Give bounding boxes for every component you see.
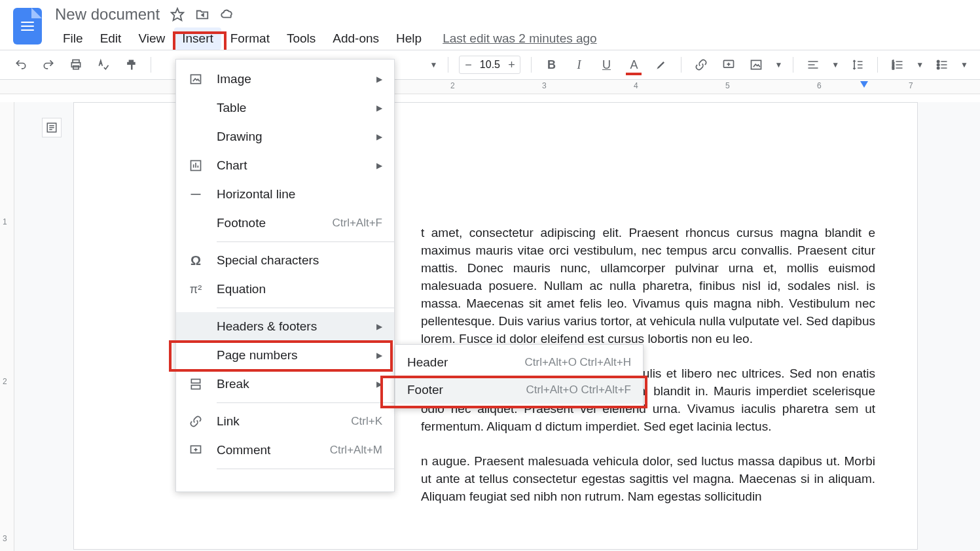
horizontal-line-icon	[188, 187, 204, 202]
ruler-indent-marker[interactable]	[860, 81, 868, 88]
chevron-right-icon: ▶	[376, 75, 382, 84]
svg-rect-15	[191, 380, 200, 383]
insert-image-icon[interactable]	[747, 56, 765, 74]
menu-file[interactable]: File	[55, 27, 91, 50]
move-icon[interactable]	[195, 7, 209, 22]
insert-dropdown: Image▶ Table▶ Drawing▶ Chart▶ Horizontal…	[175, 59, 395, 492]
comment-icon	[188, 442, 204, 458]
paint-format-icon[interactable]	[122, 56, 140, 74]
last-edit-link[interactable]: Last edit was 2 minutes ago	[443, 31, 597, 46]
document-canvas: t amet, consectetur adipiscing elit. Pra…	[14, 102, 980, 551]
insert-link-icon[interactable]	[692, 56, 710, 74]
font-size-control[interactable]: − +	[459, 56, 520, 74]
drawing-placeholder-icon	[188, 129, 204, 145]
bulleted-list-icon[interactable]	[933, 56, 951, 74]
menu-item-chart[interactable]: Chart▶	[176, 151, 394, 180]
cloud-status-icon[interactable]	[220, 7, 234, 22]
font-size-input[interactable]	[477, 59, 503, 71]
pi-icon: π²	[188, 281, 204, 297]
svg-point-11	[937, 67, 939, 69]
svg-marker-0	[172, 9, 183, 20]
docs-logo[interactable]	[13, 8, 42, 44]
chart-icon	[188, 158, 204, 173]
text-color-icon[interactable]: A	[625, 56, 643, 74]
outline-toggle-icon[interactable]	[42, 118, 62, 137]
highlight-color-icon[interactable]	[652, 56, 670, 74]
submenu-item-header[interactable]: HeaderCtrl+Alt+O Ctrl+Alt+H	[395, 349, 643, 376]
menu-item-equation[interactable]: π²Equation	[176, 275, 394, 304]
chevron-right-icon: ▶	[376, 132, 382, 141]
bulleted-dropdown-icon[interactable]: ▼	[960, 60, 968, 69]
chevron-right-icon: ▶	[376, 161, 382, 170]
chevron-right-icon: ▶	[376, 351, 382, 360]
image-dropdown-icon[interactable]: ▼	[774, 60, 782, 69]
zoom-dropdown-icon[interactable]: ▼	[430, 60, 438, 69]
insert-comment-icon[interactable]	[719, 56, 738, 74]
menu-tools[interactable]: Tools	[279, 27, 323, 50]
table-placeholder-icon	[188, 100, 204, 116]
horizontal-ruler[interactable]: 2 3 4 5 6 7	[0, 80, 980, 94]
chevron-right-icon: ▶	[376, 322, 382, 331]
underline-icon[interactable]: U	[597, 56, 615, 74]
link-icon	[188, 414, 204, 429]
numbered-list-icon[interactable]: 123	[888, 56, 907, 74]
menu-item-image[interactable]: Image▶	[176, 65, 394, 94]
menu-bar: File Edit View Insert Format Tools Add-o…	[55, 27, 967, 50]
paragraph: n augue. Praesent malesuada vehicula dol…	[421, 453, 875, 506]
menu-item-page-numbers[interactable]: Page numbers▶	[176, 341, 394, 370]
omega-icon: Ω	[188, 253, 204, 268]
decrease-font-button[interactable]: −	[460, 56, 477, 73]
italic-icon[interactable]: I	[570, 56, 588, 74]
align-dropdown-icon[interactable]: ▼	[831, 60, 839, 69]
undo-icon[interactable]	[12, 56, 30, 74]
menu-item-horizontal-line[interactable]: Horizontal line	[176, 180, 394, 209]
menu-help[interactable]: Help	[388, 27, 429, 50]
submenu-item-footer[interactable]: FooterCtrl+Alt+O Ctrl+Alt+F	[395, 376, 643, 404]
menu-item-drawing[interactable]: Drawing▶	[176, 122, 394, 151]
menu-item-headers-footers[interactable]: Headers & footers▶	[176, 312, 394, 341]
menu-item-break[interactable]: Break▶	[176, 370, 394, 399]
spellcheck-icon[interactable]	[94, 56, 113, 74]
document-title[interactable]: New document	[55, 5, 160, 24]
svg-text:3: 3	[892, 66, 894, 70]
svg-rect-16	[191, 385, 200, 389]
menu-format[interactable]: Format	[223, 27, 278, 50]
redo-icon[interactable]	[39, 56, 58, 74]
menu-addons[interactable]: Add-ons	[325, 27, 387, 50]
menu-item-link[interactable]: LinkCtrl+K	[176, 407, 394, 436]
menu-item-table[interactable]: Table▶	[176, 94, 394, 122]
increase-font-button[interactable]: +	[503, 56, 520, 73]
svg-point-10	[937, 63, 939, 65]
headers-footers-submenu: HeaderCtrl+Alt+O Ctrl+Alt+H FooterCtrl+A…	[395, 344, 644, 408]
chevron-right-icon: ▶	[376, 380, 382, 389]
paragraph: t amet, consectetur adipiscing elit. Pra…	[421, 224, 875, 348]
toolbar: ▼ − + B I U A ▼ ▼ 123 ▼ ▼	[0, 50, 980, 80]
numbered-dropdown-icon[interactable]: ▼	[916, 60, 924, 69]
headers-placeholder-icon	[188, 319, 204, 334]
menu-item-comment[interactable]: CommentCtrl+Alt+M	[176, 436, 394, 465]
align-icon[interactable]	[804, 56, 822, 74]
footnote-placeholder-icon	[188, 215, 204, 231]
menu-item-footnote[interactable]: FootnoteCtrl+Alt+F	[176, 209, 394, 238]
svg-point-9	[937, 60, 939, 62]
menu-view[interactable]: View	[130, 27, 173, 50]
break-icon	[188, 376, 204, 392]
chevron-right-icon: ▶	[376, 103, 382, 113]
bold-icon[interactable]: B	[542, 56, 560, 74]
image-icon	[188, 71, 204, 87]
line-spacing-icon[interactable]	[848, 56, 867, 74]
menu-item-special-characters[interactable]: ΩSpecial characters	[176, 246, 394, 275]
app-header: New document File Edit View Insert Forma…	[0, 0, 980, 50]
print-icon[interactable]	[67, 56, 85, 74]
menu-insert[interactable]: Insert	[174, 27, 221, 50]
star-icon[interactable]	[170, 7, 185, 22]
vertical-ruler[interactable]: 1 2 3	[0, 102, 14, 551]
pagenum-placeholder-icon	[188, 347, 204, 363]
menu-edit[interactable]: Edit	[92, 27, 130, 50]
